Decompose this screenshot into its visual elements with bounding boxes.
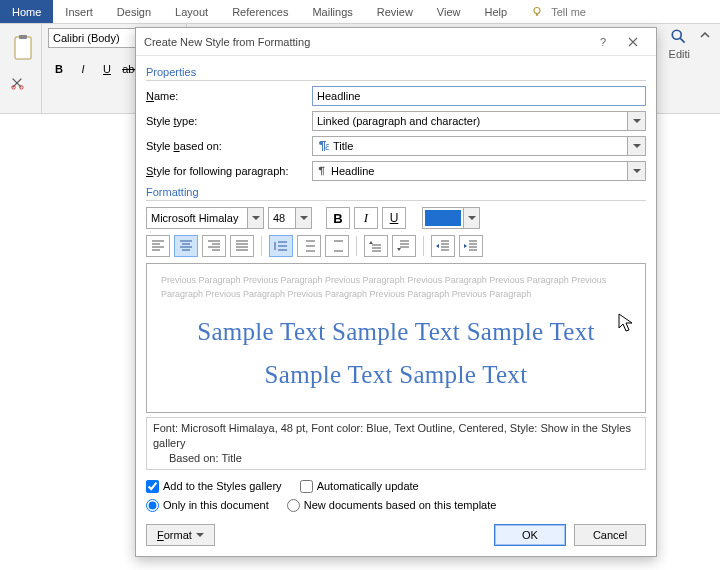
auto-update-label: Automatically update	[317, 480, 419, 492]
auto-update-checkbox[interactable]: Automatically update	[300, 480, 419, 493]
line-spacing-15[interactable]	[297, 235, 321, 257]
align-justify[interactable]	[230, 235, 254, 257]
description-line1: Font: Microsoft Himalaya, 48 pt, Font co…	[153, 421, 639, 451]
pilcrow-icon: a	[317, 140, 329, 152]
align-left-icon	[151, 240, 165, 252]
line-spacing-single-icon	[274, 240, 288, 252]
format-font-size-value: 48	[273, 212, 285, 224]
para-space-inc-icon	[369, 240, 383, 252]
align-justify-icon	[235, 240, 249, 252]
separator	[356, 236, 357, 256]
tab-review[interactable]: Review	[365, 0, 425, 23]
style-following-value: Headline	[331, 165, 374, 177]
tab-design[interactable]: Design	[105, 0, 163, 23]
style-based-on-label: Style based on:	[146, 140, 306, 152]
editing-menu[interactable]: Editi	[669, 28, 690, 60]
format-font-name-value: Microsoft Himalay	[151, 212, 238, 224]
close-icon	[628, 37, 638, 47]
tab-layout[interactable]: Layout	[163, 0, 220, 23]
chevron-down-icon	[295, 208, 311, 228]
pilcrow-icon	[317, 166, 327, 176]
style-based-on-combo[interactable]: a Title	[312, 136, 646, 156]
chevron-down-icon	[196, 529, 204, 541]
separator	[261, 236, 262, 256]
line-spacing-double-icon	[330, 240, 344, 252]
tab-home[interactable]: Home	[0, 0, 53, 23]
formatting-header: Formatting	[146, 186, 646, 201]
align-right[interactable]	[202, 235, 226, 257]
ok-button[interactable]: OK	[494, 524, 566, 546]
style-based-on-value: Title	[333, 140, 353, 152]
create-style-dialog: Create New Style from Formatting ? Prope…	[135, 27, 657, 557]
para-space-dec-icon	[397, 240, 411, 252]
close-button[interactable]	[618, 31, 648, 53]
lightbulb-icon	[531, 6, 543, 18]
chevron-down-icon	[627, 137, 645, 155]
style-type-combo[interactable]: Linked (paragraph and character)	[312, 111, 646, 131]
ribbon-tabs: Home Insert Design Layout References Mai…	[0, 0, 720, 24]
format-font-color[interactable]	[422, 207, 480, 229]
chevron-down-icon	[247, 208, 263, 228]
new-documents-radio[interactable]: New documents based on this template	[287, 499, 497, 512]
font-name-value: Calibri (Body)	[53, 32, 120, 44]
tab-help[interactable]: Help	[473, 0, 520, 23]
bold-button[interactable]: B	[48, 58, 70, 80]
cancel-label: Cancel	[593, 529, 627, 541]
style-following-label: Style for following paragraph:	[146, 165, 306, 177]
find-icon	[670, 28, 688, 46]
format-bold[interactable]: B	[326, 207, 350, 229]
indent-decrease[interactable]	[431, 235, 455, 257]
italic-button[interactable]: I	[72, 58, 94, 80]
svg-rect-3	[19, 35, 27, 39]
cut-button[interactable]	[6, 72, 28, 94]
tab-mailings[interactable]: Mailings	[300, 0, 364, 23]
tab-references[interactable]: References	[220, 0, 300, 23]
separator	[423, 236, 424, 256]
svg-point-6	[673, 30, 682, 39]
format-font-size[interactable]: 48	[268, 207, 312, 229]
space-before-dec[interactable]	[392, 235, 416, 257]
svg-rect-2	[15, 37, 31, 59]
line-spacing-1[interactable]	[269, 235, 293, 257]
clipboard-icon	[12, 34, 34, 62]
only-this-document-label: Only in this document	[163, 499, 269, 511]
style-type-value: Linked (paragraph and character)	[317, 115, 480, 127]
format-font-name[interactable]: Microsoft Himalay	[146, 207, 264, 229]
dialog-title: Create New Style from Formatting	[144, 36, 588, 48]
indent-increase-icon	[464, 240, 478, 252]
align-center[interactable]	[174, 235, 198, 257]
tell-me-label: Tell me	[551, 6, 586, 18]
dialog-titlebar: Create New Style from Formatting ?	[136, 28, 656, 56]
indent-decrease-icon	[436, 240, 450, 252]
align-left[interactable]	[146, 235, 170, 257]
style-following-combo[interactable]: Headline	[312, 161, 646, 181]
underline-button[interactable]: U	[96, 58, 118, 80]
chevron-up-icon	[698, 28, 712, 42]
new-documents-label: New documents based on this template	[304, 499, 497, 511]
paste-button[interactable]	[6, 28, 40, 68]
format-underline[interactable]: U	[382, 207, 406, 229]
help-button[interactable]: ?	[588, 31, 618, 53]
tab-view[interactable]: View	[425, 0, 473, 23]
style-type-label: Style type:	[146, 115, 306, 127]
add-to-gallery-checkbox[interactable]: Add to the Styles gallery	[146, 480, 282, 493]
tell-me[interactable]: Tell me	[519, 0, 598, 23]
description-line2: Based on: Title	[153, 451, 639, 466]
tab-insert[interactable]: Insert	[53, 0, 105, 23]
only-this-document-radio[interactable]: Only in this document	[146, 499, 269, 512]
format-italic[interactable]: I	[354, 207, 378, 229]
indent-increase[interactable]	[459, 235, 483, 257]
line-spacing-15-icon	[302, 240, 316, 252]
line-spacing-2[interactable]	[325, 235, 349, 257]
properties-header: Properties	[146, 66, 646, 81]
name-label: Name:	[146, 90, 306, 102]
space-before-inc[interactable]	[364, 235, 388, 257]
font-name-select[interactable]: Calibri (Body)	[48, 28, 148, 48]
ok-label: OK	[522, 529, 538, 541]
name-input[interactable]: Headline	[312, 86, 646, 106]
cancel-button[interactable]: Cancel	[574, 524, 646, 546]
add-to-gallery-label: Add to the Styles gallery	[163, 480, 282, 492]
editing-label: Editi	[669, 48, 690, 60]
format-button[interactable]: Format	[146, 524, 215, 546]
ribbon-collapse[interactable]	[698, 28, 712, 42]
